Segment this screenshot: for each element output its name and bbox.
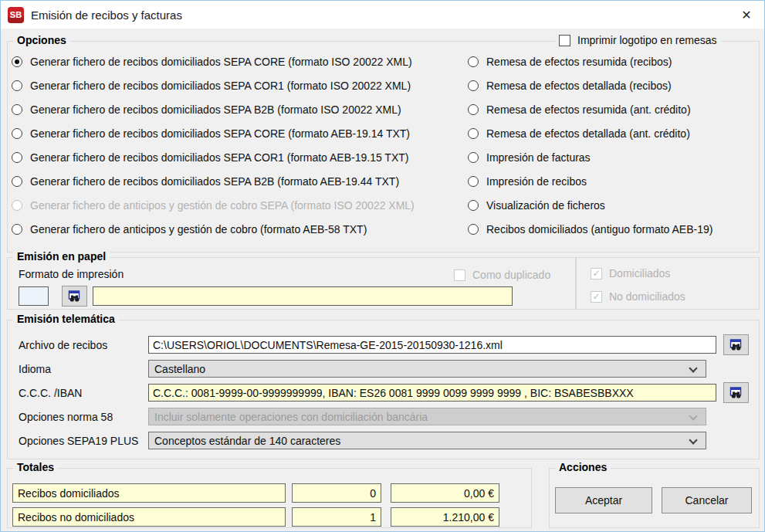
radio-column-left: Generar fichero de recibos domiciliados … [12, 49, 415, 241]
ccc-iban-label: C.C.C. /IBAN [19, 387, 82, 399]
close-button[interactable]: ✕ [729, 1, 764, 29]
group-emision-papel-title: Emisión en papel [13, 250, 110, 263]
radio-label: Generar fichero de recibos domiciliados … [30, 175, 399, 188]
radio-remesa-detallada-credito[interactable]: Remesa de efectos detallada (ant. crédit… [468, 121, 713, 145]
total-amount: 1.210,00 € [443, 511, 494, 524]
radio-icon[interactable] [468, 152, 479, 163]
group-opciones: Opciones Imprimir logotipo en remesas Ge… [7, 41, 760, 252]
radio-visualizacion-ficheros[interactable]: Visualización de ficheros [468, 193, 713, 217]
norma58-label: Opciones norma 58 [19, 411, 113, 423]
radio-icon[interactable] [468, 80, 479, 91]
checkbox-icon[interactable] [559, 35, 570, 46]
radio-icon[interactable] [468, 176, 479, 187]
radio-remesa-resumida-recibos[interactable]: Remesa de efectos resumida (recibos) [468, 49, 713, 73]
radio-sepa-cor1-xml[interactable]: Generar fichero de recibos domiciliados … [12, 73, 415, 97]
radio-icon[interactable] [468, 56, 479, 67]
radio-remesa-resumida-credito[interactable]: Remesa de efectos resumida (ant. crédito… [468, 97, 713, 121]
checkbox-icon [454, 269, 465, 281]
radio-sepa-b2b-xml[interactable]: Generar fichero de recibos domiciliados … [12, 97, 415, 121]
formato-impresion-name-input[interactable] [93, 286, 513, 306]
archivo-recibos-label: Archivo de recibos [19, 339, 107, 351]
radio-impresion-recibos[interactable]: Impresión de recibos [468, 169, 713, 193]
close-icon: ✕ [741, 8, 751, 22]
sepa19-plus-select[interactable]: Conceptos estándar de 140 caracteres [148, 432, 706, 449]
checkmark-icon: ✓ [592, 292, 600, 301]
radio-label: Impresión de recibos [486, 175, 587, 188]
formato-browse-button[interactable] [62, 286, 87, 307]
radio-icon[interactable] [12, 80, 22, 91]
window-binoculars-icon [729, 387, 743, 399]
radio-label: Generar fichero de recibos domiciliados … [30, 56, 412, 68]
checkbox-label: Imprimir logotipo en remesas [577, 34, 717, 46]
radio-sepa-cor1-txt[interactable]: Generar fichero de recibos domiciliados … [12, 145, 415, 169]
window-title: Emisión de recibos y facturas [31, 8, 182, 22]
checkbox-icon: ✓ [591, 291, 602, 303]
radio-label: Generar fichero de recibos domiciliados … [30, 103, 401, 116]
radio-sepa-core-xml[interactable]: Generar fichero de recibos domiciliados … [12, 49, 415, 73]
checkbox-label: No domiciliados [609, 290, 685, 303]
radio-sepa-b2b-txt[interactable]: Generar fichero de recibos domiciliados … [12, 169, 415, 193]
checkmark-icon: ✓ [592, 269, 600, 278]
aceptar-button[interactable]: Aceptar [555, 487, 652, 513]
radio-icon [12, 200, 22, 211]
radio-icon[interactable] [12, 104, 22, 115]
checkbox-no-domiciliados: ✓ No domiciliados [591, 290, 685, 303]
formato-impresion-label: Formato de impresión [19, 268, 124, 280]
ccc-iban-input[interactable] [148, 384, 716, 402]
radio-label: Impresión de facturas [486, 151, 591, 164]
radio-label: Generar fichero de recibos domiciliados … [30, 151, 408, 164]
radio-icon[interactable] [468, 104, 479, 115]
formato-impresion-code-input[interactable] [19, 286, 49, 306]
window-binoculars-icon [729, 339, 743, 351]
radio-label: Visualización de ficheros [486, 199, 605, 212]
group-emision-papel: Emisión en papel Formato de impresión Co… [7, 257, 576, 310]
group-acciones: Acciones Aceptar Cancelar [549, 468, 760, 528]
checkbox-como-duplicado: Como duplicado [454, 269, 550, 281]
checkbox-label: Domiciliados [609, 267, 670, 280]
cancelar-button[interactable]: Cancelar [662, 487, 752, 513]
app-logo-sb-icon: SB [8, 7, 24, 23]
radio-impresion-facturas[interactable]: Impresión de facturas [468, 145, 713, 169]
chevron-down-icon [689, 412, 697, 420]
radio-recibos-aeb19[interactable]: Recibos domiciliados (antiguo formato AE… [468, 217, 713, 241]
dialog-window: SB Emisión de recibos y facturas ✕ Opcio… [0, 0, 765, 532]
radio-label: Remesa de efectos resumida (ant. crédito… [486, 103, 691, 116]
group-totales: Totales Recibos domiciliados 0 0,00 € Re… [7, 468, 532, 528]
group-acciones-title: Acciones [555, 461, 611, 473]
total-label: Recibos domiciliados [18, 487, 120, 500]
total-amount: 0,00 € [464, 487, 494, 500]
radio-icon[interactable] [12, 224, 22, 235]
idioma-selected-value: Castellano [154, 363, 205, 375]
sepa19-selected-value: Conceptos estándar de 140 caracteres [154, 435, 340, 447]
group-domiciliados-filter: ✓ Domiciliados ✓ No domiciliados [576, 257, 760, 310]
radio-icon[interactable] [12, 176, 22, 187]
total-domiciliados-amount-field: 0,00 € [391, 483, 499, 503]
total-no-domiciliados-amount-field: 1.210,00 € [391, 507, 499, 527]
radio-label: Remesa de efectos detallada (ant. crédit… [486, 127, 690, 140]
radio-remesa-detallada-recibos[interactable]: Remesa de efectos detallada (recibos) [468, 73, 713, 97]
ccc-browse-button[interactable] [723, 382, 749, 403]
radio-icon[interactable] [12, 152, 22, 163]
total-no-domiciliados-label-field: Recibos no domiciliados [12, 507, 286, 527]
radio-label: Remesa de efectos detallada (recibos) [486, 80, 672, 92]
radio-icon[interactable] [468, 224, 479, 235]
radio-icon[interactable] [468, 200, 479, 211]
idioma-select[interactable]: Castellano [148, 360, 706, 378]
radio-column-right: Remesa de efectos resumida (recibos) Rem… [468, 49, 713, 241]
radio-label: Remesa de efectos resumida (recibos) [486, 56, 672, 68]
total-domiciliados-label-field: Recibos domiciliados [12, 483, 286, 503]
group-emision-telematica: Emisión telemática Archivo de recibos Id… [7, 320, 760, 459]
archivo-recibos-input[interactable] [148, 336, 716, 354]
radio-icon[interactable] [468, 128, 479, 139]
radio-sepa-core-txt[interactable]: Generar fichero de recibos domiciliados … [12, 121, 415, 145]
norma58-selected-value: Incluir solamente operaciones con domici… [154, 411, 428, 423]
checkbox-label: Como duplicado [472, 269, 550, 281]
radio-icon[interactable] [12, 56, 22, 67]
radio-icon[interactable] [12, 128, 22, 139]
group-opciones-title: Opciones [13, 34, 70, 46]
archivo-browse-button[interactable] [723, 334, 749, 355]
checkbox-imprimir-logotipo[interactable]: Imprimir logotipo en remesas [555, 32, 721, 48]
sepa19-plus-label: Opciones SEPA19 PLUS [19, 435, 138, 447]
radio-anticipos-aeb58-txt[interactable]: Generar fichero de anticipos y gestión d… [12, 217, 415, 241]
total-count: 1 [370, 511, 376, 524]
